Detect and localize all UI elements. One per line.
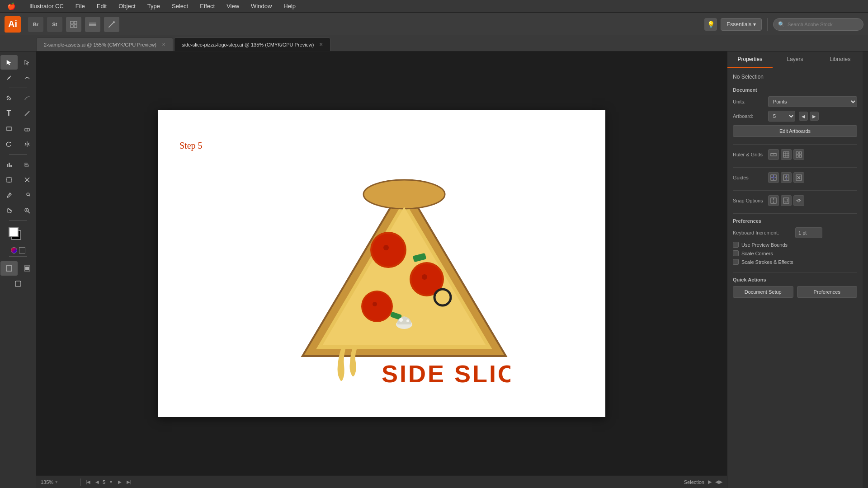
nav-first[interactable]: |◀ — [85, 479, 92, 486]
snap-btn-3[interactable] — [793, 195, 804, 206]
view-menu[interactable]: View — [225, 2, 241, 10]
object-menu[interactable]: Object — [117, 2, 137, 10]
tab-pizza-logo[interactable]: side-slice-pizza-logo-step.ai @ 135% (CM… — [174, 38, 330, 51]
svg-rect-20 — [7, 178, 11, 182]
quick-actions-btns: Document Setup Preferences — [733, 286, 857, 298]
hand-tool[interactable] — [0, 203, 18, 218]
snap-btn-2[interactable] — [781, 195, 792, 206]
tab-sample-assets[interactable]: 2-sample-assets.ai @ 155% (CMYK/GPU Prev… — [36, 38, 173, 51]
app-name-menu[interactable]: Illustrator CC — [28, 2, 66, 10]
selection-tool[interactable] — [0, 55, 18, 70]
guides-lock-btn[interactable] — [781, 172, 792, 183]
help-menu[interactable]: Help — [282, 2, 297, 10]
scale-strokes-checkbox[interactable] — [733, 259, 739, 265]
tool-divider-4 — [9, 256, 27, 257]
zoom-tool[interactable] — [19, 203, 36, 218]
effect-menu[interactable]: Effect — [198, 2, 217, 10]
canvas-scroll[interactable]: Step 5 — [36, 52, 727, 475]
tab-properties[interactable]: Properties — [727, 52, 773, 68]
use-preview-bounds-checkbox[interactable] — [733, 242, 739, 248]
color-swatch-area — [9, 227, 28, 253]
type-menu[interactable]: Type — [146, 2, 162, 10]
panel-divider-5 — [733, 272, 857, 272]
artboard-tool[interactable] — [0, 173, 18, 187]
close-tab-0[interactable]: ✕ — [162, 42, 165, 47]
brush-tool-quick[interactable] — [104, 17, 119, 32]
fill-color[interactable] — [9, 227, 19, 237]
arrange-button[interactable] — [85, 17, 100, 32]
draw-mode-normal[interactable] — [0, 261, 18, 276]
guides-show-btn[interactable] — [768, 172, 779, 183]
eraser-tool[interactable] — [19, 122, 36, 136]
artboard-select[interactable]: 5 1234 — [768, 111, 795, 122]
slice-tool[interactable] — [19, 173, 36, 187]
snap-options-section: Snap Options — [733, 195, 857, 206]
svg-point-46 — [383, 245, 389, 250]
right-scrollbar[interactable] — [863, 52, 868, 488]
measure-tool[interactable] — [19, 188, 36, 202]
toolbar-divider — [767, 18, 768, 31]
panel-tabs: Properties Layers Libraries — [727, 52, 863, 68]
scale-corners-checkbox[interactable] — [733, 250, 739, 256]
artboard-prev[interactable]: ◀ — [799, 112, 808, 121]
bridge-button[interactable]: Br — [28, 17, 43, 32]
keyboard-increment-row: Keyboard Increment: — [733, 227, 857, 238]
curvature-tool[interactable] — [19, 70, 36, 85]
snap-btn-1[interactable] — [768, 195, 779, 206]
graph-tool[interactable] — [0, 157, 18, 172]
pen-tool[interactable] — [0, 70, 18, 85]
panel-divider-2 — [733, 167, 857, 168]
select-menu[interactable]: Select — [170, 2, 190, 10]
rectangle-tool[interactable] — [0, 122, 18, 136]
status-expand-btn[interactable]: ◀▶ — [715, 479, 722, 485]
document-setup-btn[interactable]: Document Setup — [733, 286, 793, 298]
draw-mode-behind[interactable] — [19, 261, 36, 276]
nav-next-dropdown[interactable]: ▾ — [107, 479, 114, 486]
ruler-grids-label: Ruler & Grids — [733, 152, 764, 157]
units-select[interactable]: Points Pixels Inches Millimeters — [768, 96, 857, 107]
line-tool[interactable] — [19, 106, 36, 121]
status-divider — [80, 479, 81, 486]
layout-button[interactable] — [66, 17, 81, 32]
guides-clear-btn[interactable] — [793, 172, 804, 183]
grid-icon-btn[interactable] — [781, 149, 792, 160]
essentials-button[interactable]: Essentials ▾ — [721, 18, 762, 31]
none-color-icon[interactable] — [19, 247, 25, 253]
lightbulb-button[interactable]: 💡 — [704, 18, 717, 31]
edit-artboards-btn[interactable]: Edit Artboards — [733, 125, 857, 137]
color-mode-icon[interactable] — [11, 247, 17, 253]
nav-next[interactable]: ▶ — [116, 479, 123, 486]
rotate-tool[interactable] — [0, 137, 18, 151]
bar-graph-tool[interactable] — [19, 157, 36, 172]
tab-layers[interactable]: Layers — [773, 52, 818, 68]
smooth-tool[interactable] — [19, 91, 36, 105]
ruler-icon-btn[interactable] — [768, 149, 779, 160]
tab-libraries[interactable]: Libraries — [817, 52, 863, 68]
mirror-tool[interactable] — [19, 137, 36, 151]
pixel-grid-btn[interactable] — [793, 149, 804, 160]
scale-corners-label: Scale Corners — [741, 251, 773, 256]
use-preview-bounds-label: Use Preview Bounds — [741, 242, 788, 248]
nav-prev[interactable]: ◀ — [94, 479, 101, 486]
apple-menu[interactable]: 🍎 — [5, 1, 18, 11]
close-tab-1[interactable]: ✕ — [319, 42, 323, 47]
nav-last[interactable]: ▶| — [125, 479, 132, 486]
artboard-next[interactable]: ▶ — [810, 112, 819, 121]
use-preview-bounds-row: Use Preview Bounds — [733, 242, 857, 248]
svg-rect-0 — [71, 21, 73, 24]
preferences-quick-btn[interactable]: Preferences — [797, 286, 858, 298]
svg-rect-3 — [74, 25, 77, 28]
keyboard-increment-input[interactable] — [795, 227, 822, 238]
text-tool[interactable]: T — [0, 106, 18, 121]
screen-mode[interactable] — [9, 277, 27, 291]
eyedropper-tool[interactable] — [0, 188, 18, 202]
stock-button[interactable]: St — [47, 17, 62, 32]
status-play-btn[interactable]: ▶ — [708, 479, 712, 485]
direct-selection-tool[interactable] — [19, 55, 36, 70]
pencil-tool[interactable] — [0, 91, 18, 105]
edit-menu[interactable]: Edit — [95, 2, 108, 10]
file-menu[interactable]: File — [74, 2, 87, 10]
window-menu[interactable]: Window — [249, 2, 274, 10]
search-adobe-stock[interactable]: 🔍 Search Adobe Stock — [773, 18, 863, 31]
zoom-control[interactable]: 135% ▾ — [41, 479, 77, 485]
